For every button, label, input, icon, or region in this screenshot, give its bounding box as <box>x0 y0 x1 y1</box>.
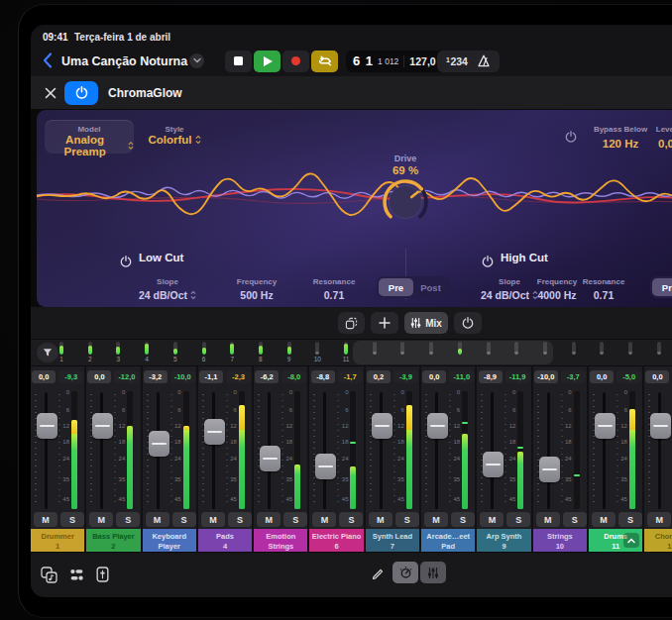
volume-readout[interactable]: -8,8 <box>311 370 335 383</box>
record-button[interactable] <box>282 51 309 72</box>
play-button[interactable] <box>254 51 280 72</box>
volume-fader[interactable] <box>315 454 336 479</box>
lowcut-resonance[interactable]: Resonance 0.71 <box>299 277 369 301</box>
solo-button[interactable]: S <box>451 512 475 527</box>
add-track-button[interactable] <box>371 312 398 334</box>
volume-fader[interactable] <box>260 446 280 471</box>
volume-readout[interactable]: 0,0 <box>590 370 614 383</box>
peak-readout[interactable]: -3,7 <box>561 370 586 383</box>
volume-readout[interactable]: 0,0 <box>32 370 56 383</box>
sliders-view-button[interactable] <box>420 562 446 583</box>
volume-readout[interactable]: -8,9 <box>479 370 503 383</box>
volume-readout[interactable]: -10,0 <box>534 370 558 383</box>
track-overview[interactable]: 1234567891011 <box>31 340 672 366</box>
fader-controls-button[interactable] <box>92 565 112 584</box>
solo-button[interactable]: S <box>506 512 530 527</box>
solo-button[interactable]: S <box>618 512 642 527</box>
collapse-button[interactable] <box>623 533 639 548</box>
peak-readout[interactable]: -9,3 <box>58 370 83 383</box>
duplicate-button[interactable] <box>338 312 365 334</box>
volume-fader[interactable] <box>372 413 392 439</box>
overview-visible-range[interactable] <box>353 341 553 364</box>
highcut-pre-button[interactable]: Pre <box>652 278 672 296</box>
volume-readout[interactable]: -3,2 <box>144 370 168 383</box>
volume-fader[interactable] <box>427 413 448 439</box>
volume-fader[interactable] <box>37 413 57 439</box>
solo-button[interactable]: S <box>283 512 307 527</box>
model-selector[interactable]: Model Analog Preamp <box>45 120 134 154</box>
volume-readout[interactable]: 0,2 <box>367 370 391 383</box>
lowcut-slope[interactable]: Slope 24 dB/Oct <box>133 277 202 301</box>
solo-button[interactable]: S <box>228 512 252 527</box>
highcut-resonance[interactable]: Resonance 0.71 <box>569 277 638 301</box>
track-label[interactable]: Drums 11 <box>589 529 642 552</box>
bypass-power-button[interactable] <box>565 129 577 147</box>
track-label[interactable]: Pads 4 <box>198 529 252 552</box>
peak-readout[interactable]: -10,0 <box>170 370 195 383</box>
peak-readout[interactable]: -2,3 <box>226 370 251 383</box>
mute-button[interactable]: M <box>369 512 392 527</box>
track-label[interactable]: Drummer 1 <box>31 529 84 552</box>
peak-readout[interactable]: -3,9 <box>393 370 418 383</box>
song-menu-button[interactable] <box>189 53 204 68</box>
mute-button[interactable]: M <box>89 512 113 527</box>
plugin-close-button[interactable] <box>43 85 58 101</box>
mute-button[interactable]: M <box>257 512 280 527</box>
peak-readout[interactable]: -8,0 <box>281 370 306 383</box>
style-selector[interactable]: Style Colorful <box>146 120 203 154</box>
volume-fader[interactable] <box>92 413 113 439</box>
solo-button[interactable]: S <box>60 512 84 527</box>
volume-readout[interactable]: -1,1 <box>199 370 223 383</box>
peak-readout[interactable]: -11,0 <box>449 370 474 383</box>
volume-fader[interactable] <box>650 413 671 439</box>
cycle-button[interactable] <box>311 51 338 72</box>
solo-button[interactable]: S <box>172 512 196 527</box>
track-label[interactable]: Bass Player 2 <box>86 529 140 552</box>
plugins-browser-button[interactable] <box>66 565 86 584</box>
track-label[interactable]: Electric Piano 6 <box>309 529 363 552</box>
volume-readout[interactable]: 0,0 <box>422 370 446 383</box>
mute-button[interactable]: M <box>592 512 616 527</box>
volume-fader[interactable] <box>149 431 169 457</box>
knob-view-button[interactable] <box>392 562 418 583</box>
track-label[interactable]: Keyboard Player 3 <box>143 529 196 552</box>
volume-readout[interactable]: -6,2 <box>255 370 279 383</box>
loop-browser-button[interactable] <box>39 565 58 584</box>
volume-fader[interactable] <box>595 413 616 439</box>
count-in-button[interactable]: 1234 <box>446 55 468 67</box>
lowcut-frequency[interactable]: Frequency 500 Hz <box>222 277 291 301</box>
peak-readout[interactable]: -12,0 <box>114 370 139 383</box>
volume-readout[interactable]: 0,0 <box>87 370 111 383</box>
mute-button[interactable]: M <box>146 512 169 527</box>
level-control[interactable]: Level 0,0 <box>626 125 672 150</box>
volume-readout[interactable]: 0,0 <box>645 370 669 383</box>
mute-button[interactable]: M <box>34 512 57 527</box>
solo-button[interactable]: S <box>563 512 587 527</box>
solo-button[interactable]: S <box>395 512 419 527</box>
peak-readout[interactable]: -11,9 <box>505 370 530 383</box>
lowcut-post-button[interactable]: Post <box>413 278 448 296</box>
edit-pencil-button[interactable] <box>368 565 388 584</box>
back-button[interactable] <box>39 51 56 70</box>
peak-readout[interactable]: -1,7 <box>338 370 363 383</box>
volume-fader[interactable] <box>483 452 504 477</box>
mute-button[interactable]: M <box>536 512 560 527</box>
drive-knob[interactable] <box>378 174 433 230</box>
song-title[interactable]: Uma Canção Noturna <box>61 54 187 68</box>
track-label[interactable]: Synth Lead 7 <box>366 529 419 552</box>
track-label[interactable]: Chorus V 12 <box>644 529 672 552</box>
mute-button[interactable]: M <box>312 512 336 527</box>
solo-button[interactable]: S <box>339 512 363 527</box>
lowcut-pre-button[interactable]: Pre <box>379 278 413 296</box>
volume-fader[interactable] <box>539 457 560 482</box>
mute-button[interactable]: M <box>201 512 225 527</box>
volume-fader[interactable] <box>204 419 225 445</box>
lowcut-power-button[interactable] <box>120 254 132 271</box>
track-label[interactable]: Arp Synth 9 <box>477 529 530 552</box>
track-label[interactable]: Emotion Strings 5 <box>254 529 307 552</box>
track-label[interactable]: Strings 10 <box>533 529 587 552</box>
mixer-power-button[interactable] <box>454 312 482 334</box>
mute-button[interactable]: M <box>480 512 504 527</box>
mix-view-button[interactable]: Mix <box>404 312 448 334</box>
highcut-power-button[interactable] <box>482 254 494 271</box>
